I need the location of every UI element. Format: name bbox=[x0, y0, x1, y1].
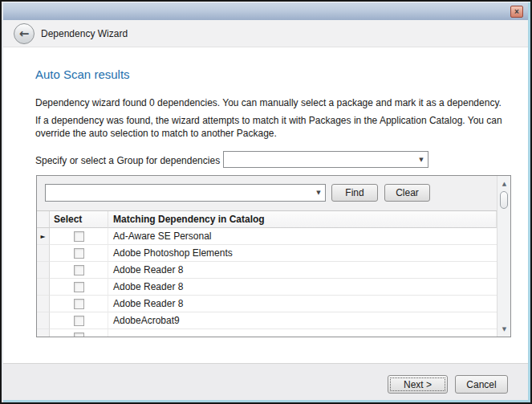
row-select-cell bbox=[50, 296, 108, 312]
wizard-header: ← Dependency Wizard bbox=[3, 20, 528, 47]
intro-text-1: Dependency wizard found 0 dependencies. … bbox=[35, 96, 510, 109]
row-checkbox[interactable] bbox=[74, 282, 84, 292]
window-glow-bottom bbox=[2, 400, 530, 402]
scrollbar-thumb[interactable] bbox=[500, 191, 508, 209]
row-select-cell bbox=[50, 262, 108, 279]
table-row[interactable]: Adobe Photoshop Elements bbox=[37, 245, 497, 262]
cancel-button[interactable]: Cancel bbox=[455, 375, 508, 394]
row-label: Adobe Reader 8 bbox=[108, 296, 497, 312]
row-label: Adobe Photoshop Elements bbox=[108, 245, 497, 262]
table-row[interactable]: Adobe Reader 8 bbox=[37, 279, 497, 296]
group-combobox-value bbox=[224, 158, 415, 161]
column-header-matching[interactable]: Matching Dependency in Catalog bbox=[108, 211, 497, 228]
row-selector-cell[interactable] bbox=[37, 329, 50, 337]
group-combobox[interactable]: ▼ bbox=[223, 151, 428, 168]
row-label: Adobe Reader 8 bbox=[108, 279, 497, 296]
row-checkbox[interactable] bbox=[74, 333, 84, 337]
row-select-cell bbox=[50, 329, 108, 337]
current-row-icon: ► bbox=[40, 233, 45, 240]
back-button[interactable]: ← bbox=[14, 23, 35, 44]
row-selector-cell[interactable] bbox=[37, 279, 50, 296]
close-button[interactable]: × bbox=[510, 6, 523, 18]
window-glow-top bbox=[2, 2, 530, 2]
row-label: Adobe Reader 8 bbox=[108, 262, 497, 279]
close-icon: × bbox=[514, 7, 519, 16]
table-body: ► Ad-Aware SE Personal Adobe Photoshop E… bbox=[37, 228, 497, 337]
group-label: Specify or select a Group for dependenci… bbox=[35, 155, 220, 166]
table-scrollbar[interactable]: ▲ ▼ bbox=[497, 176, 510, 337]
window-glow-right bbox=[528, 2, 530, 402]
chevron-down-icon: ▼ bbox=[415, 157, 428, 163]
row-selector-cell[interactable] bbox=[37, 312, 50, 329]
dependency-wizard-window: × ← Dependency Wizard Auto Scan results … bbox=[0, 0, 532, 404]
row-label: AdobeAcrobat9 bbox=[108, 312, 497, 329]
row-selector-cell[interactable] bbox=[37, 245, 50, 262]
row-checkbox[interactable] bbox=[74, 231, 84, 242]
row-select-cell bbox=[50, 312, 108, 329]
intro-text-2: If a dependency was found, the wizard at… bbox=[35, 114, 507, 140]
row-selector-cell[interactable]: ► bbox=[37, 228, 50, 245]
scroll-up-icon: ▲ bbox=[502, 181, 506, 187]
row-select-cell bbox=[50, 228, 108, 245]
row-selector-cell[interactable] bbox=[37, 262, 50, 279]
table-row[interactable] bbox=[37, 329, 497, 337]
row-checkbox[interactable] bbox=[74, 299, 84, 309]
search-combobox[interactable]: ▼ bbox=[45, 184, 326, 202]
row-select-cell bbox=[50, 279, 108, 296]
table-row[interactable]: ► Ad-Aware SE Personal bbox=[37, 228, 497, 245]
row-label: Ad-Aware SE Personal bbox=[108, 228, 497, 245]
row-checkbox[interactable] bbox=[74, 248, 84, 259]
row-checkbox[interactable] bbox=[74, 265, 84, 275]
table-row[interactable]: AdobeAcrobat9 bbox=[37, 312, 497, 329]
table-row[interactable]: Adobe Reader 8 bbox=[37, 296, 497, 312]
chevron-down-icon: ▼ bbox=[312, 190, 325, 196]
page-title: Auto Scan results bbox=[35, 67, 130, 81]
table-row[interactable]: Adobe Reader 8 bbox=[37, 262, 497, 279]
table-header-row: Select Matching Dependency in Catalog bbox=[37, 211, 497, 228]
find-button[interactable]: Find bbox=[331, 184, 378, 202]
titlebar[interactable]: × bbox=[3, 2, 528, 20]
window-glow-left bbox=[2, 2, 3, 402]
row-selector-header bbox=[37, 211, 50, 228]
row-checkbox[interactable] bbox=[74, 316, 84, 326]
search-combobox-value bbox=[46, 191, 312, 194]
clear-button[interactable]: Clear bbox=[384, 184, 430, 202]
footer-bar: Next > Cancel bbox=[3, 363, 528, 400]
scroll-up-button[interactable]: ▲ bbox=[498, 178, 510, 190]
wizard-title: Dependency Wizard bbox=[41, 28, 128, 39]
results-panel: ▼ Find Clear Select Matching Dependency … bbox=[36, 175, 511, 337]
scroll-down-button[interactable]: ▼ bbox=[498, 323, 510, 335]
next-button[interactable]: Next > bbox=[388, 375, 448, 394]
row-label bbox=[108, 329, 497, 337]
back-icon: ← bbox=[19, 27, 30, 41]
column-header-select[interactable]: Select bbox=[50, 211, 108, 228]
scroll-down-icon: ▼ bbox=[502, 326, 506, 333]
row-selector-cell[interactable] bbox=[37, 296, 50, 312]
row-select-cell bbox=[50, 245, 108, 262]
dependency-table: Select Matching Dependency in Catalog ► … bbox=[37, 210, 497, 337]
